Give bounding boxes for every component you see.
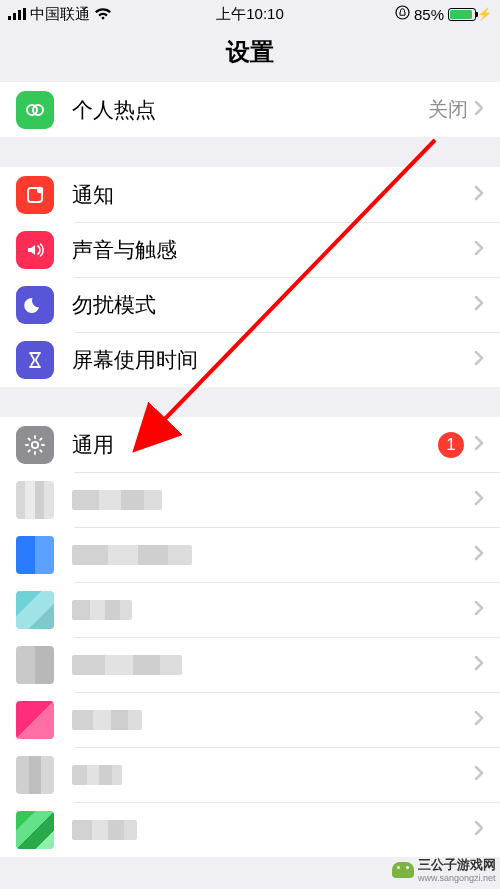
chevron-right-icon <box>474 185 484 205</box>
hourglass-icon <box>16 341 54 379</box>
redacted-label <box>72 655 182 675</box>
row-redacted[interactable] <box>0 637 500 692</box>
row-label: 声音与触感 <box>72 236 474 264</box>
status-bar: 中国联通 上午10:10 85% ⚡ <box>0 0 500 28</box>
svg-rect-2 <box>18 10 21 20</box>
redacted-label <box>72 545 192 565</box>
row-general[interactable]: 通用 1 <box>0 417 500 472</box>
redacted-label <box>72 710 142 730</box>
svg-rect-1 <box>13 13 16 20</box>
svg-point-8 <box>37 186 43 192</box>
chevron-right-icon <box>474 765 484 785</box>
group-separator <box>0 137 500 167</box>
redacted-icon <box>16 481 54 519</box>
gear-icon <box>16 426 54 464</box>
row-do-not-disturb[interactable]: 勿扰模式 <box>0 277 500 332</box>
redacted-icon <box>16 591 54 629</box>
status-right: 85% ⚡ <box>395 5 492 23</box>
svg-point-4 <box>396 6 409 19</box>
redacted-label <box>72 765 122 785</box>
group-separator <box>0 387 500 417</box>
redacted-icon <box>16 756 54 794</box>
chevron-right-icon <box>474 545 484 565</box>
watermark-url: www.sangongzi.net <box>418 874 496 883</box>
settings-group-general: 通用 1 <box>0 417 500 857</box>
row-personal-hotspot[interactable]: 个人热点 关闭 <box>0 82 500 137</box>
chevron-right-icon <box>474 820 484 840</box>
row-label: 通用 <box>72 431 438 459</box>
chevron-right-icon <box>474 655 484 675</box>
row-redacted[interactable] <box>0 692 500 747</box>
redacted-icon <box>16 646 54 684</box>
svg-rect-3 <box>23 8 26 20</box>
chevron-right-icon <box>474 350 484 370</box>
moon-icon <box>16 286 54 324</box>
row-value: 关闭 <box>428 96 468 123</box>
chevron-right-icon <box>474 240 484 260</box>
row-sounds-haptics[interactable]: 声音与触感 <box>0 222 500 277</box>
notification-badge: 1 <box>438 432 464 458</box>
redacted-icon <box>16 811 54 849</box>
charging-icon: ⚡ <box>477 7 492 21</box>
sound-icon <box>16 231 54 269</box>
row-redacted[interactable] <box>0 582 500 637</box>
watermark: 三公子游戏网 www.sangongzi.net <box>392 856 496 883</box>
settings-group-notifications: 通知 声音与触感 勿扰模式 屏幕使用时间 <box>0 167 500 387</box>
battery-percent: 85% <box>414 6 444 23</box>
status-time: 上午10:10 <box>216 5 284 24</box>
chevron-right-icon <box>474 295 484 315</box>
redacted-label <box>72 820 137 840</box>
settings-group-connectivity: 个人热点 关闭 <box>0 82 500 137</box>
row-redacted[interactable] <box>0 472 500 527</box>
battery-icon: ⚡ <box>448 7 492 21</box>
svg-rect-0 <box>8 16 11 20</box>
row-label: 勿扰模式 <box>72 291 474 319</box>
redacted-label <box>72 600 132 620</box>
redacted-icon <box>16 701 54 739</box>
page-title: 设置 <box>0 28 500 82</box>
row-redacted[interactable] <box>0 527 500 582</box>
svg-point-9 <box>32 441 38 447</box>
chevron-right-icon <box>474 710 484 730</box>
row-redacted[interactable] <box>0 802 500 857</box>
wifi-icon <box>94 6 112 23</box>
notifications-icon <box>16 176 54 214</box>
redacted-label <box>72 490 162 510</box>
row-label: 通知 <box>72 181 474 209</box>
row-screen-time[interactable]: 屏幕使用时间 <box>0 332 500 387</box>
hotspot-icon <box>16 91 54 129</box>
chevron-right-icon <box>474 490 484 510</box>
chevron-right-icon <box>474 435 484 455</box>
chevron-right-icon <box>474 100 484 120</box>
watermark-name: 三公子游戏网 <box>418 857 496 872</box>
row-redacted[interactable] <box>0 747 500 802</box>
carrier-label: 中国联通 <box>30 5 90 24</box>
redacted-icon <box>16 536 54 574</box>
orientation-lock-icon <box>395 5 410 23</box>
row-notifications[interactable]: 通知 <box>0 167 500 222</box>
status-left: 中国联通 <box>8 5 112 24</box>
watermark-logo-icon <box>392 862 414 878</box>
chevron-right-icon <box>474 600 484 620</box>
signal-icon <box>8 6 26 23</box>
row-label: 个人热点 <box>72 96 428 124</box>
row-label: 屏幕使用时间 <box>72 346 474 374</box>
